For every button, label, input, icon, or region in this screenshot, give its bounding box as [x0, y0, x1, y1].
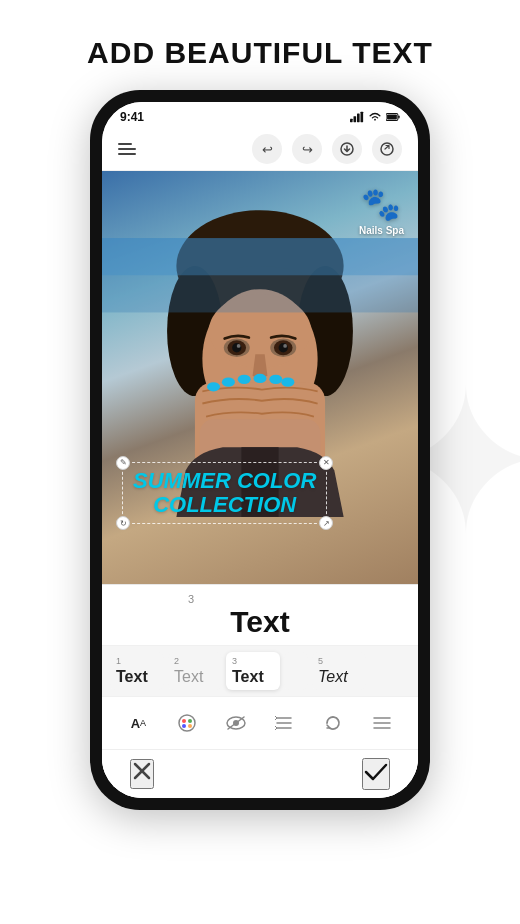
status-bar: 9:41 [102, 102, 418, 128]
selected-text-number: 3 [188, 593, 194, 605]
selected-text-display: Text [230, 605, 289, 639]
align-button[interactable] [364, 705, 400, 741]
svg-point-19 [232, 343, 241, 352]
svg-point-8 [381, 143, 393, 155]
svg-rect-1 [354, 116, 357, 122]
text-option-2[interactable]: 2 Text [168, 652, 222, 690]
text-option-1-num: 1 [116, 656, 121, 666]
svg-rect-6 [387, 115, 397, 120]
svg-point-26 [238, 375, 251, 384]
text-option-2-num: 2 [174, 656, 179, 666]
logo-icon: 🐾 [361, 185, 401, 223]
svg-point-24 [207, 382, 220, 391]
phone-screen: 9:41 [102, 102, 418, 798]
svg-point-21 [237, 344, 241, 348]
svg-rect-5 [398, 116, 399, 119]
toolbar-left [118, 143, 136, 155]
refresh-icon [324, 714, 342, 732]
undo-button[interactable]: ↩ [252, 134, 282, 164]
svg-point-25 [222, 378, 235, 387]
download-icon [340, 142, 354, 156]
brand-logo: 🐾 Nails Spa [359, 185, 404, 236]
svg-point-28 [269, 375, 282, 384]
color-button[interactable] [169, 705, 205, 741]
toolbar-right: ↩ ↪ [252, 134, 402, 164]
svg-point-34 [179, 715, 195, 731]
svg-rect-3 [361, 112, 364, 123]
text-options-row: 1 Text 2 Text 3 Text 5 Text [102, 646, 418, 696]
font-button[interactable]: AA [120, 705, 156, 741]
share-icon [380, 142, 394, 156]
handle-top-left[interactable]: ✎ [116, 456, 130, 470]
overlay-text: SUMMER COLOR COLLECTION [133, 469, 316, 517]
text-selector-panel: 3 Text 1 Text 2 Text 3 Text [102, 584, 418, 798]
bottom-tools: AA [102, 696, 418, 749]
download-button[interactable] [332, 134, 362, 164]
svg-point-38 [188, 724, 192, 728]
app-toolbar: ↩ ↪ [102, 128, 418, 171]
svg-rect-33 [102, 238, 418, 275]
text-option-3[interactable]: 3 Text [226, 652, 280, 690]
logo-text: Nails Spa [359, 225, 404, 236]
menu-button[interactable] [118, 143, 136, 155]
text-option-3-label: Text [232, 668, 264, 686]
redo-button[interactable]: ↪ [292, 134, 322, 164]
eye-icon [226, 715, 246, 731]
svg-point-20 [279, 343, 288, 352]
cancel-button[interactable] [130, 759, 154, 789]
text-option-2-label: Text [174, 668, 203, 686]
svg-rect-2 [357, 114, 360, 123]
cancel-icon [132, 761, 152, 781]
battery-icon [386, 111, 400, 123]
handle-top-right[interactable]: ✕ [319, 456, 333, 470]
status-icons [350, 111, 400, 123]
text-option-5-label: Text [318, 668, 348, 686]
share-button[interactable] [372, 134, 402, 164]
font-sub-icon: A [140, 718, 146, 728]
visibility-button[interactable] [218, 705, 254, 741]
svg-point-37 [182, 724, 186, 728]
spacing-button[interactable] [266, 705, 302, 741]
line-spacing-icon [275, 714, 293, 732]
wifi-icon [368, 111, 382, 123]
svg-point-35 [182, 719, 186, 723]
page-title: ADD BEAUTIFUL TEXT [87, 36, 433, 70]
text-option-3-num: 3 [232, 656, 237, 666]
svg-point-27 [253, 374, 266, 383]
selected-text-preview: 3 Text [102, 585, 418, 646]
text-option-5[interactable]: 5 Text [312, 652, 366, 690]
svg-rect-0 [350, 119, 353, 123]
svg-point-29 [281, 378, 294, 387]
font-icon: A [131, 716, 140, 731]
phone-frame: 9:41 [90, 90, 430, 810]
image-canvas[interactable]: 🐾 Nails Spa ✎ ✕ ↻ ↗ SUMMER COLOR COLLECT… [102, 171, 418, 584]
confirm-icon [364, 762, 388, 782]
text-option-4[interactable] [284, 652, 308, 690]
text-option-1[interactable]: 1 Text [110, 652, 164, 690]
svg-point-22 [283, 344, 287, 348]
signal-icon [350, 111, 364, 123]
align-icon [373, 716, 391, 730]
svg-point-36 [188, 719, 192, 723]
handle-bottom-left[interactable]: ↻ [116, 516, 130, 530]
text-overlay-element[interactable]: ✎ ✕ ↻ ↗ SUMMER COLOR COLLECTION [122, 462, 327, 524]
status-time: 9:41 [120, 110, 144, 124]
photo-background: 🐾 Nails Spa ✎ ✕ ↻ ↗ SUMMER COLOR COLLECT… [102, 171, 418, 584]
confirm-button[interactable] [362, 758, 390, 790]
color-palette-icon [177, 713, 197, 733]
refresh-button[interactable] [315, 705, 351, 741]
text-option-5-num: 5 [318, 656, 323, 666]
text-option-1-label: Text [116, 668, 148, 686]
action-bar [102, 749, 418, 798]
